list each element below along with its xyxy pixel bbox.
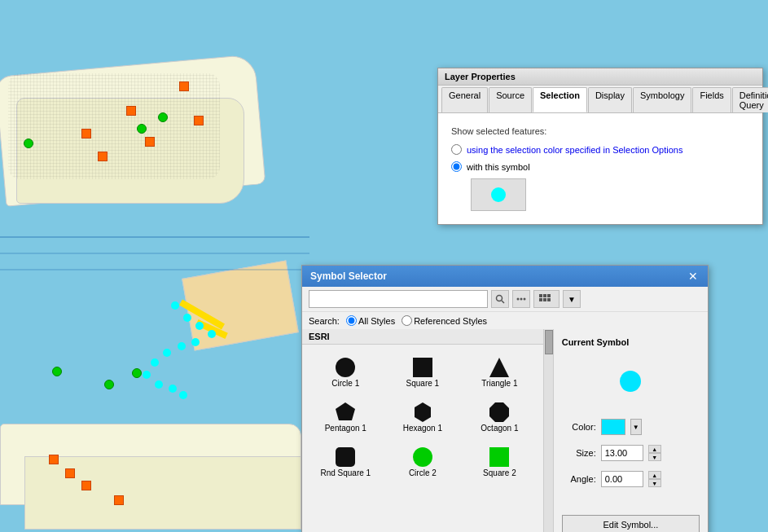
radio-selection-color-input[interactable] bbox=[451, 144, 462, 155]
referenced-styles-radio[interactable] bbox=[402, 315, 412, 326]
tab-selection[interactable]: Selection bbox=[533, 87, 587, 112]
svg-rect-10 bbox=[547, 298, 551, 301]
map-cyan-dot bbox=[195, 322, 204, 330]
current-symbol-preview bbox=[606, 357, 655, 406]
map-marker-orange bbox=[81, 129, 91, 138]
symbol-item-circle1[interactable]: Circle 1 bbox=[309, 351, 383, 393]
ss-scrollbar[interactable] bbox=[543, 329, 553, 532]
map-marker-orange bbox=[145, 137, 155, 147]
pentagon1-shape bbox=[334, 401, 357, 424]
search-icon bbox=[495, 294, 505, 304]
tab-display[interactable]: Display bbox=[588, 87, 632, 112]
circle1-shape bbox=[334, 356, 357, 379]
angle-spinner: ▲ ▼ bbox=[648, 471, 661, 487]
ss-scroll-area[interactable]: Circle 1 Square 1 bbox=[302, 345, 543, 532]
symbol-item-octagon1[interactable]: Octagon 1 bbox=[463, 396, 537, 437]
symbol-label-octagon1: Octagon 1 bbox=[481, 424, 518, 433]
symbol-item-pentagon1[interactable]: Pentagon 1 bbox=[309, 396, 383, 437]
all-styles-radio[interactable] bbox=[346, 315, 357, 326]
tab-fields[interactable]: Fields bbox=[692, 87, 731, 112]
angle-increment-btn[interactable]: ▲ bbox=[648, 471, 661, 479]
symbol-item-square1[interactable]: Square 1 bbox=[386, 351, 460, 393]
ss-action-buttons: Edit Symbol... Save As... Reset bbox=[562, 515, 700, 532]
symbol-item-circle2[interactable]: Circle 2 bbox=[386, 441, 460, 482]
size-increment-btn[interactable]: ▲ bbox=[648, 445, 661, 453]
tab-general[interactable]: General bbox=[441, 87, 488, 112]
layer-properties-content: Show selected features: using the select… bbox=[438, 113, 762, 224]
layer-properties-dialog: Layer Properties General Source Selectio… bbox=[437, 68, 763, 225]
ss-dropdown-icon-btn[interactable]: ▼ bbox=[563, 290, 581, 308]
svg-rect-8 bbox=[539, 298, 542, 301]
tab-symbology[interactable]: Symbology bbox=[633, 87, 691, 112]
tab-definition-query[interactable]: Definition Query bbox=[732, 87, 768, 112]
svg-rect-17 bbox=[336, 447, 355, 467]
symbol-preview-rect[interactable] bbox=[471, 178, 526, 211]
tab-source[interactable]: Source bbox=[489, 87, 532, 112]
svg-rect-9 bbox=[543, 298, 546, 301]
map-marker-orange bbox=[65, 468, 75, 478]
radio-selection-color[interactable]: using the selection color specified in S… bbox=[451, 144, 749, 155]
size-decrement-btn[interactable]: ▼ bbox=[648, 453, 661, 461]
rndsquare1-shape bbox=[334, 446, 357, 468]
show-selected-label: Show selected features: bbox=[451, 126, 749, 136]
svg-point-3 bbox=[520, 298, 523, 301]
svg-point-18 bbox=[413, 447, 432, 467]
ss-grid-icon-btn[interactable] bbox=[533, 290, 560, 308]
ss-options-icon-btn[interactable] bbox=[512, 290, 530, 308]
size-spinner: ▲ ▼ bbox=[648, 445, 661, 461]
square1-shape bbox=[411, 356, 434, 379]
symbol-label-triangle1: Triangle 1 bbox=[481, 379, 517, 388]
map-cyan-dot bbox=[183, 314, 191, 322]
symbol-selector-dialog: Symbol Selector ✕ bbox=[301, 265, 709, 532]
layer-properties-titlebar: Layer Properties bbox=[438, 68, 762, 86]
dropdown-arrow-icon: ▼ bbox=[568, 295, 576, 304]
svg-rect-12 bbox=[413, 358, 432, 377]
map-cyan-dot bbox=[171, 301, 179, 310]
ss-search-icon-btn[interactable] bbox=[491, 290, 509, 308]
ss-category-header: ESRI bbox=[302, 329, 543, 345]
square2-shape bbox=[488, 446, 511, 468]
radio-all-styles[interactable]: All Styles bbox=[346, 315, 395, 326]
radio-referenced-styles[interactable]: Referenced Styles bbox=[402, 315, 487, 326]
map-marker-green bbox=[137, 124, 147, 134]
size-input[interactable] bbox=[601, 445, 643, 461]
svg-line-1 bbox=[502, 301, 504, 303]
angle-label: Angle: bbox=[562, 474, 596, 484]
map-marker-green bbox=[104, 380, 114, 389]
grid-icon bbox=[539, 294, 554, 304]
map-marker-orange bbox=[81, 481, 91, 490]
symbol-label-hexagon1: Hexagon 1 bbox=[403, 424, 442, 433]
map-marker-green bbox=[158, 112, 168, 122]
angle-decrement-btn[interactable]: ▼ bbox=[648, 479, 661, 487]
svg-rect-5 bbox=[539, 294, 542, 297]
symbol-item-square2[interactable]: Square 2 bbox=[463, 441, 537, 482]
current-symbol-title: Current Symbol bbox=[562, 337, 700, 347]
map-marker-orange bbox=[126, 106, 136, 116]
circle2-shape bbox=[411, 446, 434, 468]
symbol-item-triangle1[interactable]: Triangle 1 bbox=[463, 351, 537, 393]
angle-input[interactable] bbox=[601, 471, 643, 487]
color-swatch[interactable] bbox=[601, 419, 625, 435]
map-cyan-dot bbox=[143, 371, 151, 379]
edit-symbol-button[interactable]: Edit Symbol... bbox=[562, 515, 700, 532]
radio1-label: using the selection color specified in S… bbox=[467, 145, 682, 155]
symbol-label-pentagon1: Pentagon 1 bbox=[325, 424, 366, 433]
color-label: Color: bbox=[562, 422, 596, 432]
symbol-item-hexagon1[interactable]: Hexagon 1 bbox=[386, 396, 460, 437]
ss-scrollbar-thumb[interactable] bbox=[545, 330, 553, 354]
radio-this-symbol-input[interactable] bbox=[451, 161, 462, 172]
map-marker-orange bbox=[179, 81, 189, 91]
size-label: Size: bbox=[562, 448, 596, 458]
radio-this-symbol[interactable]: with this symbol bbox=[451, 161, 749, 172]
map-cyan-dot bbox=[191, 338, 200, 346]
svg-point-4 bbox=[524, 298, 526, 301]
map-cyan-dot bbox=[208, 330, 216, 338]
referenced-styles-label: Referenced Styles bbox=[414, 316, 487, 326]
ss-close-button[interactable]: ✕ bbox=[687, 270, 700, 283]
map-cyan-dot bbox=[155, 380, 163, 389]
symbol-label-rndsquare1: Rnd Square 1 bbox=[320, 468, 371, 477]
color-dropdown-btn[interactable]: ▼ bbox=[630, 419, 642, 435]
map-marker-green bbox=[132, 368, 142, 378]
ss-search-input[interactable] bbox=[309, 290, 488, 308]
symbol-item-rndsquare1[interactable]: Rnd Square 1 bbox=[309, 441, 383, 482]
